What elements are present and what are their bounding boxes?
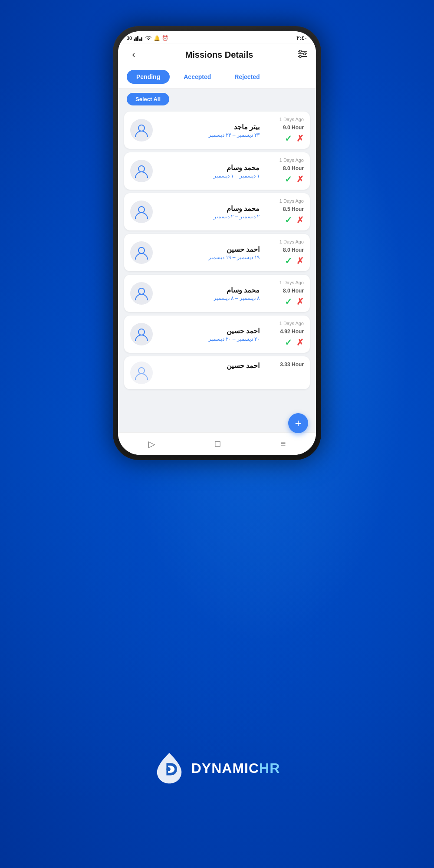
logo-section: DYNAMICHR bbox=[154, 751, 280, 786]
avatar bbox=[130, 362, 153, 384]
back-button[interactable]: ‹ bbox=[127, 49, 141, 60]
card-right: 1 Days Ago 4.92 Hour ✓ ✗ bbox=[265, 321, 304, 348]
days-ago: 1 Days Ago bbox=[279, 321, 304, 326]
svg-rect-1 bbox=[135, 37, 137, 41]
card-right: 1 Days Ago 8.5 Hour ✓ ✗ bbox=[265, 198, 304, 225]
mission-date: ١ ديسمبر – ١ ديسمبر bbox=[158, 173, 260, 179]
mission-name: احمد حسين bbox=[158, 327, 260, 335]
user-avatar-icon bbox=[134, 326, 149, 342]
reject-button[interactable]: ✗ bbox=[296, 337, 304, 348]
table-row: احمد حسين ١٩ ديسمبر – ١٩ ديسمبر 1 Days A… bbox=[124, 234, 310, 271]
wifi-icon bbox=[145, 36, 152, 41]
accept-button[interactable]: ✓ bbox=[285, 256, 292, 266]
table-row: محمد وسام ٨ ديسمبر – ٨ ديسمبر 1 Days Ago… bbox=[124, 275, 310, 312]
mission-name: احمد حسين bbox=[158, 245, 260, 253]
hours-label: 9.0 Hour bbox=[283, 125, 304, 131]
brand-logo-icon bbox=[154, 751, 184, 786]
mission-date: ٢ ديسمبر – ٢ ديسمبر bbox=[158, 214, 260, 220]
tab-accepted[interactable]: Accepted bbox=[174, 70, 220, 84]
svg-point-11 bbox=[138, 125, 145, 131]
table-row: محمد وسام ١ ديسمبر – ١ ديسمبر 1 Days Ago… bbox=[124, 152, 310, 190]
fab-button[interactable]: + bbox=[288, 413, 308, 433]
battery-icon: 30 bbox=[127, 36, 132, 41]
user-avatar-icon bbox=[134, 122, 149, 138]
avatar bbox=[130, 160, 153, 182]
filter-button[interactable] bbox=[298, 50, 307, 60]
nav-menu-icon[interactable]: ≡ bbox=[281, 439, 286, 449]
svg-point-18 bbox=[166, 767, 170, 771]
table-row: احمد حسين ٢٠ ديسمبر – ٢٠ ديسمبر 1 Days A… bbox=[124, 316, 310, 353]
avatar bbox=[130, 241, 153, 264]
accept-button[interactable]: ✓ bbox=[285, 133, 292, 144]
svg-point-12 bbox=[138, 166, 145, 172]
mission-date: ٢٣ ديسمبر – ٢٣ ديسمبر bbox=[158, 132, 260, 138]
reject-button[interactable]: ✗ bbox=[296, 174, 304, 184]
card-content: احمد حسين bbox=[158, 362, 260, 370]
status-time: ٢:٤٠ bbox=[296, 35, 307, 41]
reject-button[interactable]: ✗ bbox=[296, 256, 304, 266]
reject-button[interactable]: ✗ bbox=[296, 133, 304, 144]
avatar bbox=[130, 201, 153, 223]
days-ago: 1 Days Ago bbox=[279, 158, 304, 163]
user-avatar-icon bbox=[134, 286, 149, 301]
card-content: محمد وسام ٨ ديسمبر – ٨ ديسمبر bbox=[158, 286, 260, 301]
hours-label: 8.5 Hour bbox=[283, 206, 304, 212]
user-avatar-icon bbox=[134, 245, 149, 260]
action-buttons: ✓ ✗ bbox=[285, 337, 304, 348]
days-ago: 1 Days Ago bbox=[279, 280, 304, 285]
nav-play-icon[interactable]: ▷ bbox=[148, 439, 155, 449]
card-right: 3.33 Hour bbox=[265, 362, 304, 368]
svg-point-14 bbox=[138, 247, 145, 253]
reject-button[interactable]: ✗ bbox=[296, 215, 304, 225]
mission-name: احمد حسين bbox=[158, 362, 260, 370]
card-content: بيتر ماجد ٢٣ ديسمبر – ٢٣ ديسمبر bbox=[158, 123, 260, 138]
mission-list: بيتر ماجد ٢٣ ديسمبر – ٢٣ ديسمبر 1 Days A… bbox=[118, 110, 316, 432]
page-title: Missions Details bbox=[185, 50, 253, 60]
select-all-button[interactable]: Select All bbox=[127, 93, 169, 105]
status-left-icons: 30 🔔 ⏰ bbox=[127, 35, 168, 41]
clock-icon: ⏰ bbox=[162, 35, 168, 41]
accept-button[interactable]: ✓ bbox=[285, 174, 292, 184]
app-header: ‹ Missions Details bbox=[118, 44, 316, 66]
mission-date: ٨ ديسمبر – ٨ ديسمبر bbox=[158, 295, 260, 301]
bell-icon: 🔔 bbox=[154, 35, 160, 41]
accept-button[interactable]: ✓ bbox=[285, 337, 292, 348]
card-right: 1 Days Ago 9.0 Hour ✓ ✗ bbox=[265, 117, 304, 144]
nav-home-icon[interactable]: □ bbox=[215, 439, 220, 449]
avatar bbox=[130, 119, 153, 141]
tab-pending[interactable]: Pending bbox=[127, 70, 170, 84]
action-buttons: ✓ ✗ bbox=[285, 174, 304, 184]
hours-label: 8.0 Hour bbox=[283, 165, 304, 171]
tab-rejected[interactable]: Rejected bbox=[225, 70, 269, 84]
hours-label: 8.0 Hour bbox=[283, 247, 304, 253]
reject-button[interactable]: ✗ bbox=[296, 296, 304, 307]
svg-rect-4 bbox=[141, 37, 142, 41]
table-row: محمد وسام ٢ ديسمبر – ٢ ديسمبر 1 Days Ago… bbox=[124, 193, 310, 230]
avatar bbox=[130, 323, 153, 345]
user-avatar-icon bbox=[134, 204, 149, 220]
action-buttons: ✓ ✗ bbox=[285, 256, 304, 266]
card-right: 1 Days Ago 8.0 Hour ✓ ✗ bbox=[265, 158, 304, 184]
tabs-row: Pending Accepted Rejected bbox=[118, 66, 316, 89]
svg-point-8 bbox=[299, 50, 302, 52]
select-all-row: Select All bbox=[118, 89, 316, 110]
card-content: محمد وسام ٢ ديسمبر – ٢ ديسمبر bbox=[158, 204, 260, 220]
signal-icon bbox=[134, 35, 143, 41]
mission-date: ٢٠ ديسمبر – ٢٠ ديسمبر bbox=[158, 336, 260, 342]
accept-button[interactable]: ✓ bbox=[285, 296, 292, 307]
status-bar: 30 🔔 ⏰ ٢:٤٠ bbox=[118, 31, 316, 44]
brand-name: DYNAMICHR bbox=[191, 760, 280, 776]
accept-button[interactable]: ✓ bbox=[285, 215, 292, 225]
user-avatar-icon bbox=[134, 163, 149, 179]
user-avatar-icon bbox=[134, 365, 149, 381]
mission-name: بيتر ماجد bbox=[158, 123, 260, 131]
hours-label: 3.33 Hour bbox=[280, 362, 304, 368]
mission-name: محمد وسام bbox=[158, 164, 260, 172]
action-buttons: ✓ ✗ bbox=[285, 215, 304, 225]
action-buttons: ✓ ✗ bbox=[285, 296, 304, 307]
table-row: بيتر ماجد ٢٣ ديسمبر – ٢٣ ديسمبر 1 Days A… bbox=[124, 112, 310, 149]
card-content: احمد حسين ١٩ ديسمبر – ١٩ ديسمبر bbox=[158, 245, 260, 260]
card-content: محمد وسام ١ ديسمبر – ١ ديسمبر bbox=[158, 164, 260, 179]
hours-label: 4.92 Hour bbox=[280, 329, 304, 335]
phone-wrapper: 30 🔔 ⏰ ٢:٤٠ bbox=[113, 26, 321, 738]
